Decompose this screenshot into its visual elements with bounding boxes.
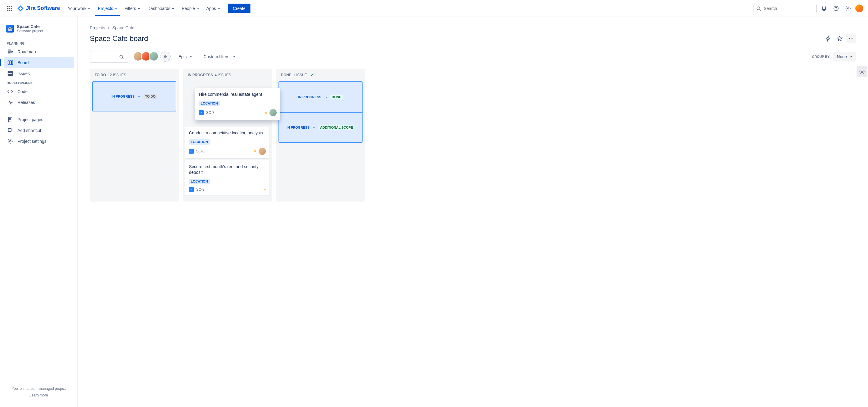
group-by-select[interactable]: None — [833, 52, 856, 61]
project-name: Space Cafe — [17, 24, 43, 29]
app-switcher-icon[interactable] — [5, 4, 14, 13]
sidebar-roadmap[interactable]: Roadmap — [4, 46, 74, 57]
done-check-icon: ✓ — [311, 73, 314, 77]
task-type-icon: ✓ — [199, 110, 204, 115]
arrow-right-icon: → — [324, 95, 328, 99]
group-by-label: GROUP BY — [812, 55, 830, 58]
more-actions-icon[interactable] — [846, 34, 856, 43]
create-button[interactable]: Create — [228, 4, 250, 13]
svg-point-20 — [10, 141, 11, 142]
svg-point-21 — [849, 38, 850, 39]
page-title: Space Cafe board — [90, 34, 148, 43]
issue-card[interactable]: Conduct a competitive location analysis … — [185, 127, 270, 158]
nav-projects[interactable]: Projects — [95, 1, 121, 16]
drop-zone-done-bottom[interactable]: IN PROGRESS → ADDITIONAL SCOPE — [279, 112, 362, 142]
search-icon — [756, 6, 762, 13]
svg-point-3 — [836, 9, 836, 10]
add-people-button[interactable] — [160, 52, 170, 62]
epic-filter[interactable]: Epic — [176, 52, 195, 61]
settings-icon[interactable] — [843, 4, 853, 13]
search-icon — [119, 54, 125, 61]
notifications-icon[interactable] — [819, 4, 829, 13]
svg-point-26 — [164, 55, 165, 57]
svg-point-24 — [120, 55, 123, 58]
breadcrumbs: Projects / Space Cafe — [90, 25, 856, 30]
issue-card[interactable]: Secure first month's rent and security d… — [185, 160, 270, 195]
svg-rect-5 — [8, 50, 11, 51]
svg-rect-11 — [8, 71, 13, 72]
assignee-filter — [133, 52, 170, 62]
automation-icon[interactable] — [824, 34, 833, 43]
column-header-done[interactable]: DONE 1 ISSUE ✓ — [278, 73, 363, 81]
nav-your-work[interactable]: Your work — [65, 4, 94, 13]
issue-key[interactable]: SC-7 — [206, 111, 214, 115]
avatar-user-3[interactable] — [149, 52, 158, 61]
svg-rect-10 — [11, 61, 13, 64]
breadcrumb-projects[interactable]: Projects — [90, 25, 105, 30]
column-todo: TO DO 12 ISSUES IN PROGRESS → TO DO — [90, 69, 179, 201]
svg-rect-12 — [8, 73, 13, 74]
nav-apps[interactable]: Apps — [204, 4, 223, 13]
assignee-avatar[interactable] — [270, 109, 277, 116]
drop-zone-done[interactable]: IN PROGRESS → DONE IN PROGRESS → ADDITIO… — [278, 81, 363, 143]
svg-rect-6 — [8, 51, 13, 52]
kanban-board: TO DO 12 ISSUES IN PROGRESS → TO DO IN P… — [90, 69, 856, 201]
issue-key[interactable]: SC-9 — [196, 187, 204, 192]
arrow-right-icon: → — [137, 94, 141, 99]
task-type-icon: ✓ — [189, 149, 194, 154]
svg-point-0 — [757, 7, 760, 10]
board-settings-icon[interactable] — [857, 66, 867, 77]
svg-rect-17 — [8, 128, 11, 131]
logo-text: Jira Software — [26, 5, 60, 11]
sidebar-issues[interactable]: Issues — [4, 68, 74, 79]
board-search-input[interactable] — [90, 51, 128, 63]
drop-zone-todo[interactable]: IN PROGRESS → TO DO — [92, 81, 176, 112]
epic-label[interactable]: LOCATION — [189, 179, 210, 184]
assignee-avatar[interactable] — [258, 148, 266, 155]
sidebar-code[interactable]: Code — [4, 86, 74, 97]
board-controls: Epic Custom filters GROUP BY None — [90, 51, 856, 63]
custom-filters[interactable]: Custom filters — [200, 52, 239, 61]
top-navigation: Jira Software Your work Projects Filters… — [0, 0, 868, 17]
nav-filters[interactable]: Filters — [121, 4, 143, 13]
epic-label[interactable]: LOCATION — [189, 139, 210, 145]
epic-label[interactable]: LOCATION — [199, 101, 220, 106]
sidebar-board[interactable]: Board — [4, 57, 74, 68]
nav-people[interactable]: People — [179, 4, 202, 13]
priority-medium-icon: ━━ — [265, 112, 267, 114]
jira-logo[interactable]: Jira Software — [17, 5, 60, 12]
project-header[interactable]: ☕ Space Cafe Software project — [4, 24, 74, 39]
column-header-inprogress[interactable]: IN PROGRESS 4 ISSUES — [185, 73, 270, 81]
sidebar-releases[interactable]: Releases — [4, 97, 74, 108]
drop-zone-done-top[interactable]: IN PROGRESS → DONE — [279, 82, 362, 112]
sidebar-project-settings[interactable]: Project settings — [4, 136, 74, 147]
nav-dashboards[interactable]: Dashboards — [145, 4, 178, 13]
project-sidebar: ☕ Space Cafe Software project PLANNING R… — [0, 17, 78, 407]
svg-rect-7 — [8, 53, 10, 54]
issue-card-dragging[interactable]: Hire commercial real estate agent LOCATI… — [195, 88, 280, 120]
learn-more-link[interactable]: Learn more — [6, 393, 71, 397]
primary-nav: Your work Projects Filters Dashboards Pe… — [65, 1, 223, 16]
profile-avatar[interactable] — [855, 4, 863, 12]
svg-line-25 — [123, 58, 124, 59]
svg-point-23 — [852, 38, 854, 39]
section-development: DEVELOPMENT — [4, 79, 74, 86]
project-icon: ☕ — [6, 25, 14, 33]
svg-point-22 — [851, 38, 852, 39]
section-planning: PLANNING — [4, 39, 74, 46]
search-input[interactable] — [753, 4, 817, 13]
issue-key[interactable]: SC-8 — [196, 149, 204, 153]
project-type: Software project — [17, 29, 43, 33]
breadcrumb-project[interactable]: Space Cafe — [112, 25, 134, 30]
column-header-todo[interactable]: TO DO 12 ISSUES — [92, 73, 176, 81]
star-icon[interactable] — [835, 34, 844, 43]
sidebar-project-pages[interactable]: Project pages — [4, 114, 74, 125]
priority-medium-icon: ━━ — [264, 189, 266, 190]
priority-medium-icon: ━━ — [254, 150, 256, 152]
sidebar-add-shortcut[interactable]: Add shortcut — [4, 125, 74, 136]
sidebar-footer: You're in a team-managed project Learn m… — [4, 384, 74, 400]
help-icon[interactable] — [831, 4, 841, 13]
global-search[interactable] — [753, 4, 817, 13]
svg-point-4 — [847, 7, 849, 9]
svg-point-29 — [861, 71, 863, 72]
